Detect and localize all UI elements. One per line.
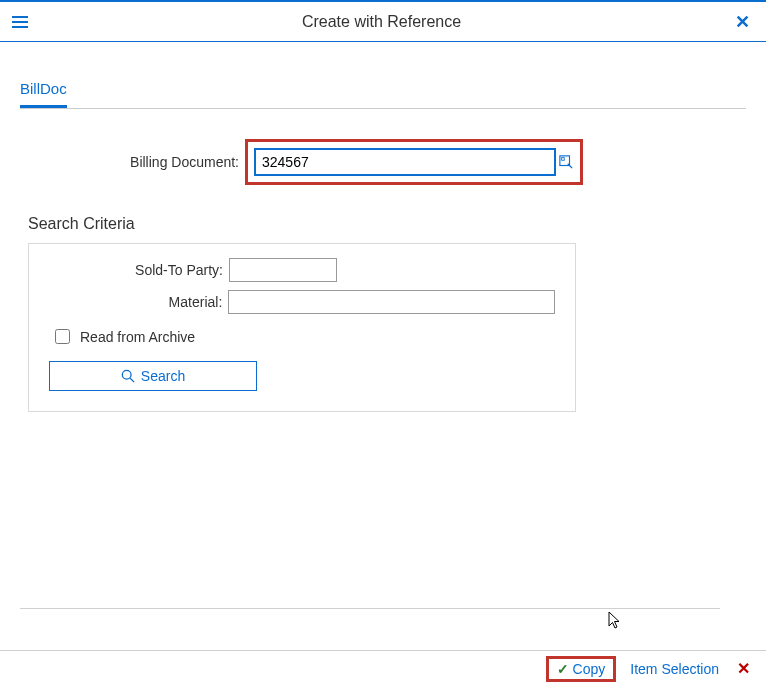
tab-bar: BillDoc [20,80,746,109]
svg-point-3 [122,370,131,379]
search-button[interactable]: Search [49,361,257,391]
search-criteria-panel: Sold-To Party: Material: Read from Archi… [28,243,576,412]
tab-billdoc[interactable]: BillDoc [20,80,67,108]
dialog-title: Create with Reference [302,13,461,31]
copy-button-label: Copy [573,661,606,677]
billing-document-row: Billing Document: [20,139,746,185]
cursor-icon [608,611,624,631]
sold-to-label: Sold-To Party: [49,262,229,278]
copy-button[interactable]: ✓ Copy [546,656,617,682]
check-icon: ✓ [557,661,569,677]
item-selection-button[interactable]: Item Selection [630,661,719,677]
value-help-icon[interactable] [556,148,574,176]
billing-document-highlight [245,139,583,185]
sold-to-input[interactable] [229,258,337,282]
read-archive-label: Read from Archive [80,329,195,345]
svg-line-4 [130,378,134,382]
material-input[interactable] [228,290,555,314]
cancel-icon[interactable]: ✕ [733,659,754,678]
close-icon[interactable]: ✕ [731,11,754,33]
material-label: Material: [49,294,228,310]
svg-rect-1 [562,158,565,161]
read-archive-checkbox[interactable] [55,329,70,344]
dialog-header: Create with Reference ✕ [0,2,766,42]
search-icon [121,369,135,383]
billing-document-label: Billing Document: [20,154,245,170]
dialog-footer: ✓ Copy Item Selection ✕ [0,650,766,686]
search-criteria-title: Search Criteria [28,215,746,233]
menu-icon[interactable] [12,12,32,32]
footer-divider [20,608,720,609]
search-button-label: Search [141,368,185,384]
billing-document-input[interactable] [254,148,556,176]
